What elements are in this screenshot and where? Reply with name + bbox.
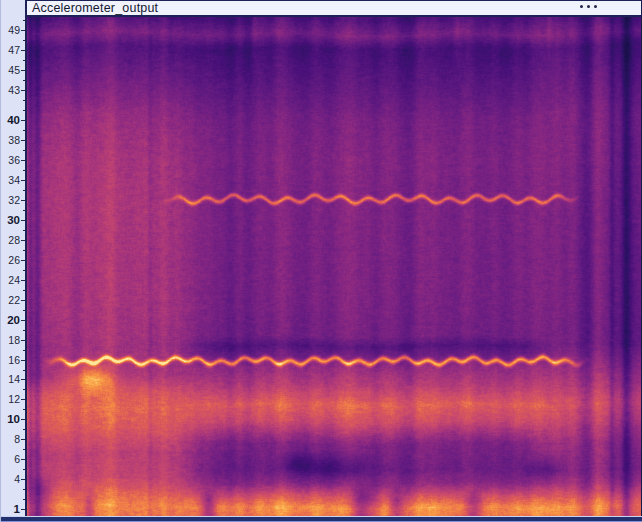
accelerometer-window: 1468101214161820222426283032343638404345… (0, 0, 642, 522)
freq-tick-label: 36 (1, 155, 20, 165)
ellipsis-menu-icon[interactable] (580, 5, 597, 8)
freq-tick-label: 30 (1, 215, 20, 225)
freq-tick-label: 49 (1, 25, 20, 35)
menu-dot (587, 5, 590, 8)
freq-tick-label: 22 (1, 295, 20, 305)
freq-tick-label: 47 (1, 45, 20, 55)
window-bottom-border (1, 516, 642, 522)
freq-tick-label: 38 (1, 135, 20, 145)
freq-tick-label: 34 (1, 175, 20, 185)
menu-dot (594, 5, 597, 8)
freq-tick-label: 24 (1, 275, 20, 285)
freq-tick-label: 10 (1, 414, 20, 424)
freq-tick-label: 16 (1, 355, 20, 365)
freq-tick-label: 45 (1, 65, 20, 75)
menu-dot (580, 5, 583, 8)
freq-tick-label: 1 (1, 504, 20, 514)
freq-tick-label: 20 (1, 315, 20, 325)
freq-tick-label: 12 (1, 394, 20, 404)
freq-tick-label: 8 (1, 434, 20, 444)
freq-tick-label: 6 (1, 454, 20, 464)
freq-tick-label: 4 (1, 474, 20, 484)
freq-tick-label: 18 (1, 335, 20, 345)
freq-tick-label: 40 (1, 115, 20, 125)
window-titlebar[interactable]: Accelerometer_output (25, 0, 642, 17)
freq-tick-label: 32 (1, 195, 20, 205)
freq-tick-label: 26 (1, 255, 20, 265)
spectrogram-canvas[interactable] (27, 17, 641, 516)
window-title: Accelerometer_output (27, 1, 158, 16)
freq-tick-label: 28 (1, 235, 20, 245)
frequency-axis: 1468101214161820222426283032343638404345… (1, 0, 27, 516)
freq-tick-label: 43 (1, 85, 20, 95)
freq-tick-label: 14 (1, 374, 20, 384)
